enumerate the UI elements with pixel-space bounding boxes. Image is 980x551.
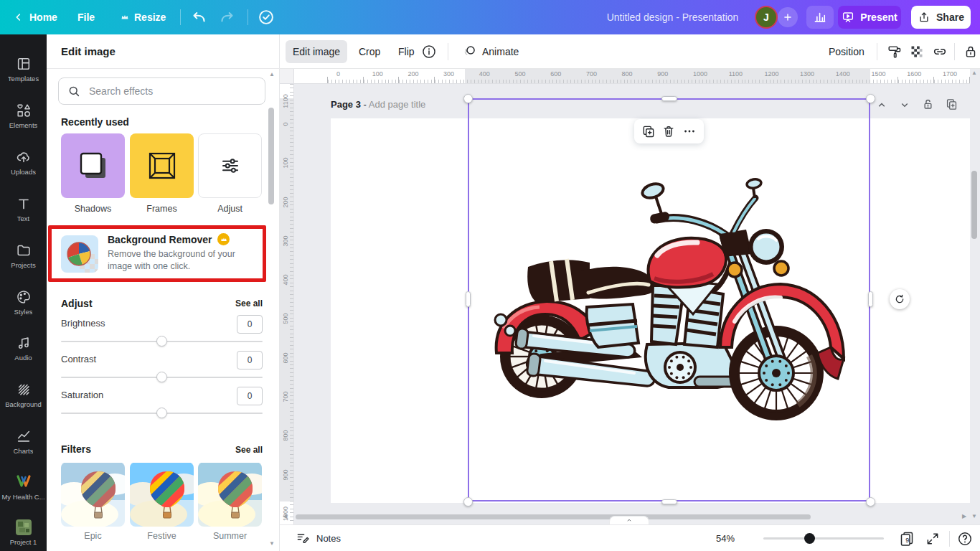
filter-tile-festive[interactable] bbox=[130, 462, 194, 527]
panel-scroll-up-icon[interactable]: ▲ bbox=[269, 72, 275, 77]
page-label: Page 3 bbox=[331, 99, 361, 110]
insights-button[interactable] bbox=[806, 6, 834, 29]
brightness-slider-knob[interactable] bbox=[156, 336, 167, 347]
selection-handle-left[interactable] bbox=[466, 291, 471, 307]
zoom-slider-knob[interactable] bbox=[804, 533, 815, 544]
sidebar-item-text[interactable]: Text bbox=[0, 189, 47, 229]
chevron-down-icon bbox=[898, 98, 911, 111]
scroll-left-icon[interactable]: ◀ bbox=[283, 514, 287, 519]
file-button[interactable]: File bbox=[77, 0, 95, 34]
adjust-effect-tile[interactable] bbox=[198, 133, 262, 198]
avatar[interactable]: J bbox=[755, 6, 778, 29]
link-button[interactable] bbox=[932, 44, 948, 60]
more-options-button[interactable] bbox=[682, 124, 697, 138]
move-page-up-button[interactable] bbox=[875, 98, 888, 111]
duplicate-button[interactable] bbox=[641, 124, 656, 138]
lock-page-button[interactable] bbox=[921, 98, 935, 111]
contrast-value-input[interactable] bbox=[237, 351, 263, 369]
move-page-down-button[interactable] bbox=[898, 98, 911, 111]
selection-handle-top[interactable] bbox=[661, 96, 677, 101]
pages-button[interactable]: 9 bbox=[898, 530, 915, 547]
lock-button[interactable] bbox=[963, 44, 979, 60]
selection-handle-bottom-left[interactable] bbox=[463, 497, 473, 507]
tab-flip[interactable]: Flip bbox=[391, 40, 422, 63]
elements-icon bbox=[16, 103, 32, 118]
scroll-right-icon[interactable]: ▶ bbox=[962, 514, 966, 519]
sidebar-item-uploads[interactable]: Uploads bbox=[0, 142, 47, 182]
zoom-slider[interactable] bbox=[763, 537, 884, 540]
undo-button[interactable] bbox=[189, 8, 208, 27]
delete-button[interactable] bbox=[661, 124, 676, 138]
tab-crop[interactable]: Crop bbox=[352, 40, 387, 63]
paint-roller-icon bbox=[887, 44, 903, 60]
position-button[interactable]: Position bbox=[821, 40, 872, 63]
zoom-level[interactable]: 54% bbox=[716, 533, 735, 544]
ruler-label: 100 bbox=[282, 157, 289, 168]
filter-tile-epic[interactable] bbox=[61, 462, 125, 527]
adjust-see-all-link[interactable]: See all bbox=[227, 298, 263, 309]
panel-scrollbar[interactable] bbox=[268, 108, 274, 204]
saturation-slider-knob[interactable] bbox=[156, 408, 167, 418]
epic-label: Epic bbox=[61, 531, 125, 541]
canvas-vertical-scrollbar[interactable] bbox=[971, 171, 977, 239]
sidebar-item-templates[interactable]: Templates bbox=[0, 49, 47, 89]
shadows-effect-tile[interactable] bbox=[61, 133, 125, 198]
selection-handle-top-right[interactable] bbox=[866, 94, 875, 103]
saturation-value-input[interactable] bbox=[237, 387, 263, 405]
page-title-placeholder[interactable]: Add page title bbox=[369, 99, 426, 110]
present-button[interactable]: Present bbox=[838, 6, 901, 29]
contrast-slider-knob[interactable] bbox=[156, 372, 167, 382]
text-icon bbox=[16, 196, 32, 212]
tab-edit-image[interactable]: Edit image bbox=[286, 40, 347, 63]
selection-bounding-box[interactable] bbox=[468, 98, 870, 501]
help-button[interactable] bbox=[957, 531, 973, 547]
sidebar-item-my-health-app[interactable]: My Health C... bbox=[0, 466, 47, 507]
home-button[interactable]: Home bbox=[13, 0, 57, 34]
selection-handle-top-left[interactable] bbox=[463, 94, 473, 103]
frames-effect-tile[interactable] bbox=[130, 133, 194, 198]
transparency-button[interactable] bbox=[910, 44, 924, 59]
sidebar-item-charts[interactable]: Charts bbox=[0, 421, 47, 461]
ruler-label: 500 bbox=[282, 313, 289, 324]
shadows-preview bbox=[77, 149, 110, 182]
ruler-label: 1300 bbox=[798, 70, 814, 77]
rotate-handle[interactable] bbox=[890, 289, 910, 309]
fullscreen-button[interactable] bbox=[925, 532, 940, 546]
share-button[interactable]: Share bbox=[911, 6, 971, 29]
search-input[interactable] bbox=[88, 85, 248, 98]
ruler-label: 1100 bbox=[282, 94, 289, 108]
sidebar-item-elements[interactable]: Elements bbox=[0, 95, 47, 136]
canvas-horizontal-scrollbar[interactable] bbox=[296, 514, 811, 519]
brightness-value-input[interactable] bbox=[237, 315, 263, 334]
info-icon bbox=[421, 44, 437, 60]
copy-style-button[interactable] bbox=[887, 44, 903, 60]
save-status-button[interactable] bbox=[257, 8, 275, 27]
sidebar-item-styles[interactable]: Styles bbox=[0, 282, 47, 322]
redo-button[interactable] bbox=[218, 8, 237, 27]
sidebar-item-projects[interactable]: Projects bbox=[0, 235, 47, 276]
sidebar-item-project-1[interactable]: Project 1 bbox=[0, 512, 47, 551]
context-toolbar: Edit image Crop Flip Animate Position bbox=[280, 34, 980, 69]
filters-see-all-link[interactable]: See all bbox=[227, 445, 263, 455]
add-member-button[interactable] bbox=[778, 7, 798, 27]
animate-button[interactable]: Animate bbox=[455, 40, 526, 63]
scroll-up-icon[interactable]: ▲ bbox=[971, 70, 977, 76]
duplicate-page-button[interactable] bbox=[945, 98, 958, 111]
sidebar-item-audio[interactable]: Audio bbox=[0, 328, 47, 368]
selection-handle-bottom[interactable] bbox=[661, 499, 677, 504]
search-effects-box[interactable] bbox=[58, 77, 265, 105]
info-button[interactable] bbox=[421, 44, 437, 60]
uploads-icon bbox=[16, 149, 32, 165]
collapse-bottom-bar-tab[interactable] bbox=[609, 516, 649, 524]
notes-button[interactable]: Notes bbox=[296, 531, 341, 545]
scroll-down-icon[interactable]: ▼ bbox=[971, 514, 977, 519]
redo-icon bbox=[218, 8, 237, 27]
resize-button[interactable]: Resize bbox=[121, 0, 166, 34]
document-title[interactable]: Untitled design - Presentation bbox=[574, 11, 771, 23]
sidebar-item-background[interactable]: Background bbox=[0, 375, 47, 415]
selection-handle-right[interactable] bbox=[868, 291, 873, 307]
bar-chart-icon bbox=[813, 10, 827, 24]
panel-scroll-down-icon[interactable]: ▼ bbox=[269, 541, 275, 547]
filter-tile-summer[interactable] bbox=[198, 462, 262, 527]
selection-handle-bottom-right[interactable] bbox=[866, 497, 875, 507]
